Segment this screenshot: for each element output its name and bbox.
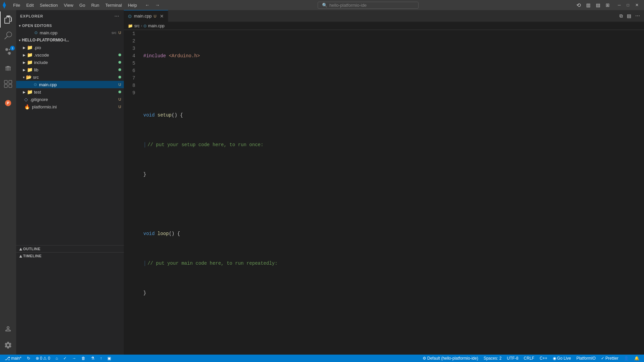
layout-sidebar-button[interactable]: ▥ [584,2,593,8]
menu-view[interactable]: View [61,2,76,8]
charset-text: UTF-8 [507,356,518,361]
menu-file[interactable]: File [10,2,23,8]
tree-modified-platformio: U [118,105,121,109]
dot-test [118,91,121,93]
gutter-line-4: │ [143,141,146,149]
activity-bar-item-run-debug[interactable] [0,60,16,76]
nav-forward-button[interactable]: → [153,2,162,8]
tab-bar: ⊙ main.cpp U ✕ ⧉ ▤ ⋯ [124,10,644,22]
tree-filename-main: main.cpp [39,82,116,87]
status-account-icon[interactable]: 👤 [622,355,631,362]
minimize-button[interactable]: ─ [615,1,623,9]
menu-edit[interactable]: Edit [24,2,36,8]
tab-main-cpp[interactable]: ⊙ main.cpp U ✕ [124,10,168,22]
open-editors-chevron: ▾ [19,24,21,28]
tab-filename: main.cpp [134,13,152,19]
status-trash[interactable]: 🗑 [79,355,87,362]
menu-run[interactable]: Run [88,2,102,8]
activity-bar-item-extensions[interactable] [0,76,16,92]
tree-item-platformio-ini[interactable]: 🔥 platformio.ini U [16,103,124,110]
tree-item-src[interactable]: ▾ 📂 src [16,73,124,81]
project-tree-header[interactable]: ▾ HELLO-PLATFORMIO-I... 📄 📁 ↻ ⊟ [16,36,124,44]
folder-icon-src: 📂 [26,74,32,80]
close-button[interactable]: ✕ [633,1,641,9]
folder-icon-vscode: 📁 [27,52,33,58]
split-editor-button[interactable]: ⧉ [618,12,624,20]
sidebar-header: EXPLORER ⋯ [16,10,124,22]
status-sync[interactable]: ↻ [25,355,32,362]
activity-bar-item-settings[interactable] [0,337,16,353]
prettier-text: Prettier [605,356,618,361]
code-line-2 [143,82,644,89]
tree-modified-main: U [118,83,121,87]
more-actions-button[interactable]: ⋯ [634,12,641,20]
status-flask[interactable]: ⚗ [89,355,97,362]
tree-item-gitignore[interactable]: ◇ .gitignore U [16,96,124,103]
tree-item-pio[interactable]: ▶ 📁 .pio [16,44,124,51]
nav-back-button[interactable]: ← [143,2,152,8]
activity-bar-item-account[interactable] [0,321,16,337]
activity-bar-item-platformio[interactable]: P [0,95,16,111]
new-folder-button[interactable]: 📁 [102,37,109,43]
encoding-icon: ⚙ [423,356,426,361]
refresh-button[interactable]: ↻ [110,37,115,43]
tab-close-button[interactable]: ✕ [160,13,164,19]
status-errors[interactable]: ⊗ 0 ⚠ 0 [34,355,52,362]
menu-go[interactable]: Go [77,2,88,8]
activity-bar-item-source-control[interactable]: 1 [0,44,16,60]
open-editors-section-header[interactable]: ▾ OPEN EDITORS [16,22,124,29]
tree-item-lib[interactable]: ▶ 📁 lib [16,66,124,73]
editor-layout-button[interactable]: ▤ [625,12,633,20]
tree-item-test[interactable]: ▶ 📁 test [16,88,124,96]
setup-function: setup [157,111,172,119]
timeline-section-header[interactable]: ▶ TIMELINE [16,253,124,259]
status-bell[interactable]: 🔔 [632,355,641,362]
tree-item-include[interactable]: ▶ 📁 include [16,59,124,66]
status-serial[interactable]: ▣ [105,355,113,362]
sidebar-more-button[interactable]: ⋯ [114,13,120,20]
include-file: <Arduino.h> [169,52,200,60]
status-arrow-right[interactable]: → [70,355,78,362]
tree-item-main-cpp[interactable]: ⊙ main.cpp U [16,81,124,88]
activity-bar-item-search[interactable] [0,28,16,44]
status-language[interactable]: C++ [538,355,549,362]
status-charset[interactable]: UTF-8 [505,355,521,362]
status-prettier[interactable]: ✓ Prettier [599,355,620,362]
sidebar-bottom-sections: ▶ OUTLINE ▶ TIMELINE [16,245,124,259]
outline-section-header[interactable]: ▶ OUTLINE [16,245,124,252]
open-editor-item-main-cpp[interactable]: ✕ ⊙ main.cpp src U [16,29,124,36]
collapse-all-button[interactable]: ⊟ [116,37,121,43]
status-upload[interactable]: ↑ [98,355,104,362]
breadcrumb-src[interactable]: 📁 src [128,24,140,28]
maximize-button[interactable]: □ [624,1,632,9]
new-file-button[interactable]: 📄 [94,37,101,43]
status-line-ending[interactable]: CRLF [522,355,536,362]
code-content[interactable]: #include <Arduino.h> void setup () { │ /… [141,30,644,355]
status-check[interactable]: ✓ [61,355,69,362]
layout-grid-button[interactable]: ⊞ [604,2,612,8]
breadcrumb-maincpp[interactable]: ⊙ main.cpp [143,24,165,28]
main-layout: 1 P EXPLORER ⋯ [0,10,644,355]
comment-loop: // put your main code here, to run repea… [147,260,277,267]
git-icon-button[interactable]: ⟲ [574,1,583,9]
status-platformio[interactable]: PlatformIO [574,355,598,362]
titlebar-layout-buttons: ⟲ ▥ ▤ ⊞ [574,1,612,9]
status-encoding[interactable]: ⚙ Default (hello-platformio-ide) [421,355,480,362]
menu-terminal[interactable]: Terminal [103,2,124,8]
search-box[interactable]: 🔍 hello-platformio-ide [318,2,419,9]
status-branch[interactable]: ⎇ main* [3,355,24,362]
layout-panel-button[interactable]: ▤ [594,2,602,8]
status-go-live[interactable]: ◉ Go Live [551,355,573,362]
project-name: HELLO-PLATFORMIO-I... [22,38,93,42]
code-editor[interactable]: 1 2 3 4 5 6 7 8 9 #include <Arduino.h> [124,30,644,355]
status-spaces[interactable]: Spaces: 2 [481,355,503,362]
comment-setup: // put your setup code here, to run once… [147,141,263,149]
menu-selection[interactable]: Selection [37,2,60,8]
status-home[interactable]: ⌂ [53,355,60,362]
tree-item-vscode[interactable]: ▶ 📁 .vscode [16,51,124,59]
branch-name: main* [11,356,22,361]
menu-help[interactable]: Help [125,2,140,8]
warning-icon: ⚠ [43,356,47,361]
check-icon: ✓ [63,356,67,361]
activity-bar-item-explorer[interactable] [0,11,16,28]
